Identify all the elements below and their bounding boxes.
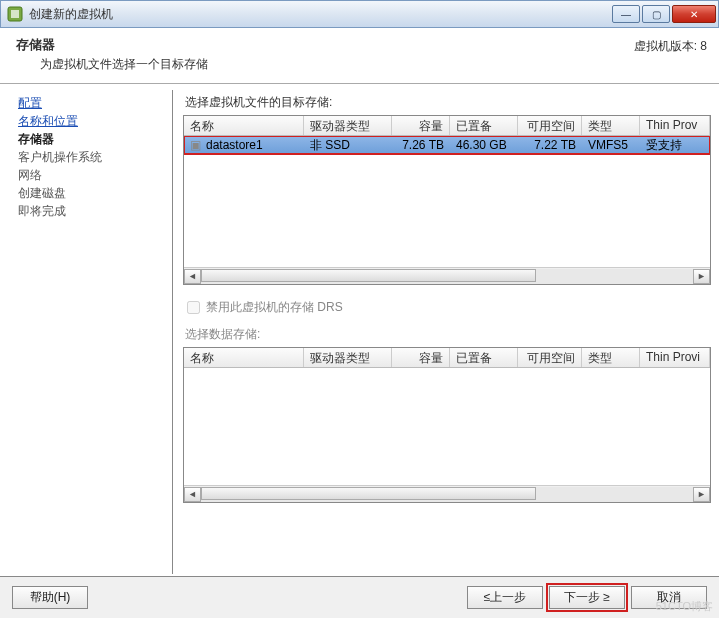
- col2-drive-type[interactable]: 驱动器类型: [304, 348, 392, 367]
- app-icon: [7, 6, 23, 22]
- profile-grid: 名称 驱动器类型 容量 已置备 可用空间 类型 Thin Provi ◄ ►: [183, 347, 711, 503]
- cell-capacity: 7.26 TB: [392, 138, 450, 152]
- col-free[interactable]: 可用空间: [518, 116, 582, 135]
- step-network: 网络: [18, 166, 168, 184]
- wizard-steps: 配置 名称和位置 存储器 客户机操作系统 网络 创建磁盘 即将完成: [0, 84, 172, 574]
- col2-free[interactable]: 可用空间: [518, 348, 582, 367]
- profile-grid-scrollbar[interactable]: ◄ ►: [184, 485, 710, 502]
- help-button[interactable]: 帮助(H): [12, 586, 88, 609]
- scroll-track[interactable]: [201, 269, 693, 284]
- scroll-right-icon[interactable]: ►: [693, 487, 710, 502]
- col2-type[interactable]: 类型: [582, 348, 640, 367]
- scroll-left-icon[interactable]: ◄: [184, 269, 201, 284]
- disable-drs-label: 禁用此虚拟机的存储 DRS: [206, 299, 343, 316]
- scroll-thumb[interactable]: [201, 269, 536, 282]
- col-drive-type[interactable]: 驱动器类型: [304, 116, 392, 135]
- col2-capacity[interactable]: 容量: [392, 348, 450, 367]
- disable-drs-checkbox: [187, 301, 200, 314]
- cell-free: 7.22 TB: [518, 138, 582, 152]
- profile-grid-body: [184, 368, 710, 485]
- cell-name: datastore1: [206, 138, 263, 152]
- scroll-thumb[interactable]: [201, 487, 536, 500]
- disable-storage-drs[interactable]: 禁用此虚拟机的存储 DRS: [187, 299, 717, 316]
- content-pane: 选择虚拟机文件的目标存储: 名称 驱动器类型 容量 已置备 可用空间 类型 Th…: [172, 90, 719, 574]
- titlebar: 创建新的虚拟机 — ▢ ✕: [0, 0, 719, 28]
- cell-thin: 受支持: [640, 137, 710, 154]
- page-title: 存储器: [12, 36, 634, 54]
- step-ready-complete: 即将完成: [18, 202, 168, 220]
- wizard-header: 存储器 为虚拟机文件选择一个目标存储 虚拟机版本: 8: [0, 28, 719, 84]
- step-create-disk: 创建磁盘: [18, 184, 168, 202]
- window-title: 创建新的虚拟机: [27, 6, 612, 23]
- step-storage: 存储器: [18, 130, 168, 148]
- scroll-left-icon[interactable]: ◄: [184, 487, 201, 502]
- cell-drive: 非 SSD: [304, 137, 392, 154]
- datastore-grid: 名称 驱动器类型 容量 已置备 可用空间 类型 Thin Prov ▣datas…: [183, 115, 711, 285]
- select-target-label: 选择虚拟机文件的目标存储:: [185, 94, 717, 111]
- col-capacity[interactable]: 容量: [392, 116, 450, 135]
- maximize-button[interactable]: ▢: [642, 5, 670, 23]
- profile-grid-header: 名称 驱动器类型 容量 已置备 可用空间 类型 Thin Provi: [184, 348, 710, 368]
- minimize-button[interactable]: —: [612, 5, 640, 23]
- select-profile-label: 选择数据存储:: [185, 326, 717, 343]
- col-type[interactable]: 类型: [582, 116, 640, 135]
- cell-provisioned: 46.30 GB: [450, 138, 518, 152]
- back-button[interactable]: ≤上一步: [467, 586, 543, 609]
- next-button[interactable]: 下一步 ≥: [549, 586, 625, 609]
- col-provisioned[interactable]: 已置备: [450, 116, 518, 135]
- step-name-location[interactable]: 名称和位置: [18, 112, 168, 130]
- datastore-grid-header: 名称 驱动器类型 容量 已置备 可用空间 类型 Thin Prov: [184, 116, 710, 136]
- col2-provisioned[interactable]: 已置备: [450, 348, 518, 367]
- scroll-track[interactable]: [201, 487, 693, 502]
- grid-scrollbar[interactable]: ◄ ►: [184, 267, 710, 284]
- col-name[interactable]: 名称: [184, 116, 304, 135]
- wizard-footer: 帮助(H) ≤上一步 下一步 ≥ 取消: [0, 576, 719, 618]
- window-buttons: — ▢ ✕: [612, 5, 716, 23]
- close-button[interactable]: ✕: [672, 5, 716, 23]
- datastore-row[interactable]: ▣datastore1 非 SSD 7.26 TB 46.30 GB 7.22 …: [184, 136, 710, 154]
- step-configuration[interactable]: 配置: [18, 94, 168, 112]
- datastore-icon: ▣: [190, 138, 204, 152]
- scroll-right-icon[interactable]: ►: [693, 269, 710, 284]
- vm-version-label: 虚拟机版本: 8: [634, 36, 707, 55]
- step-guest-os: 客户机操作系统: [18, 148, 168, 166]
- page-description: 为虚拟机文件选择一个目标存储: [12, 56, 634, 73]
- col2-thin[interactable]: Thin Provi: [640, 348, 710, 367]
- wizard-body: 配置 名称和位置 存储器 客户机操作系统 网络 创建磁盘 即将完成 选择虚拟机文…: [0, 84, 719, 574]
- datastore-grid-body: ▣datastore1 非 SSD 7.26 TB 46.30 GB 7.22 …: [184, 136, 710, 267]
- cancel-button[interactable]: 取消: [631, 586, 707, 609]
- col-thin[interactable]: Thin Prov: [640, 116, 710, 135]
- cell-type: VMFS5: [582, 138, 640, 152]
- svg-rect-1: [11, 10, 19, 18]
- col2-name[interactable]: 名称: [184, 348, 304, 367]
